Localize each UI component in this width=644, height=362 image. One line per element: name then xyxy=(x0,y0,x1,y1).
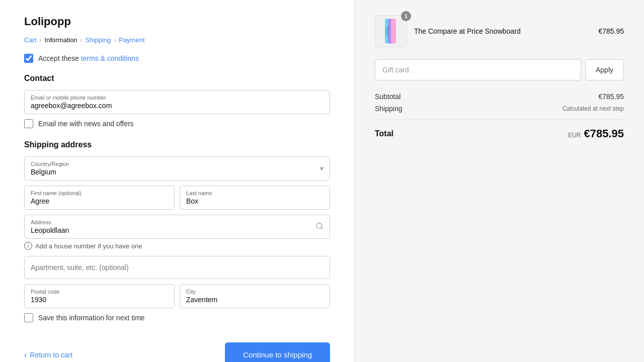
contact-section-title: Contact xyxy=(24,74,330,83)
apartment-field-wrap xyxy=(24,256,330,279)
shipping-row: Shipping Calculated at next step xyxy=(375,105,624,113)
postal-city-row: Postal code City xyxy=(24,284,330,313)
gift-card-input[interactable] xyxy=(375,59,581,80)
quantity-badge: 1 xyxy=(401,11,411,21)
email-input[interactable] xyxy=(31,102,324,110)
product-image xyxy=(375,15,407,47)
bottom-nav: ‹ Return to cart Continue to shipping xyxy=(24,337,330,362)
terms-checkbox[interactable] xyxy=(24,54,33,63)
address-label: Address xyxy=(31,219,324,225)
breadcrumb-sep-1: › xyxy=(40,37,42,44)
total-value: €785.95 xyxy=(584,127,624,140)
terms-label: Accept these terms & conditions xyxy=(38,54,139,62)
product-name: The Compare at Price Snowboard xyxy=(414,27,591,35)
info-icon: i xyxy=(24,242,32,250)
svg-line-1 xyxy=(321,228,323,229)
breadcrumb: Cart › Information › Shipping › Payment xyxy=(24,36,330,44)
shipping-section-title: Shipping address xyxy=(24,140,330,149)
postal-input[interactable] xyxy=(31,296,168,304)
first-name-input[interactable] xyxy=(31,197,168,205)
last-name-label: Last name xyxy=(186,190,324,196)
postal-field-wrap: Postal code xyxy=(24,284,175,308)
search-icon xyxy=(315,222,324,232)
email-news-row: Email me with news and offers xyxy=(24,119,330,128)
email-news-label: Email me with news and offers xyxy=(38,120,134,128)
shipping-label: Shipping xyxy=(375,105,403,113)
breadcrumb-cart[interactable]: Cart xyxy=(24,36,37,44)
address-field-wrap: Address xyxy=(24,215,330,239)
return-to-cart-link[interactable]: ‹ Return to cart xyxy=(24,350,72,359)
store-name: Lolipopp xyxy=(24,15,330,28)
subtotal-label: Subtotal xyxy=(375,93,400,101)
save-info-row: Save this information for next time xyxy=(24,313,330,322)
total-label: Total xyxy=(375,129,393,138)
continue-to-shipping-button[interactable]: Continue to shipping xyxy=(225,342,330,362)
country-select-wrap: Country/Region Belgium France Germany Ne… xyxy=(24,156,330,180)
svg-rect-4 xyxy=(391,19,396,44)
subtotal-value: €785.95 xyxy=(598,93,624,101)
right-panel: 1 The Compare at Price Snowboard €785.95… xyxy=(354,0,644,362)
summary-divider xyxy=(375,120,624,120)
email-label: Email or mobile phone number xyxy=(31,95,324,101)
return-label: Return to cart xyxy=(30,351,72,359)
svg-point-0 xyxy=(316,223,322,229)
breadcrumb-sep-2: › xyxy=(80,37,83,44)
country-select[interactable]: Belgium France Germany Netherlands xyxy=(31,168,324,176)
country-label: Country/Region xyxy=(31,161,324,167)
last-name-field-wrap: Last name xyxy=(180,186,330,210)
postal-label: Postal code xyxy=(31,289,168,295)
product-image-wrap: 1 xyxy=(375,15,407,47)
email-news-checkbox[interactable] xyxy=(24,119,33,128)
first-name-label: First name (optional) xyxy=(31,190,168,196)
apartment-input[interactable] xyxy=(31,260,324,275)
address-hint-row: i Add a house number if you have one xyxy=(24,242,330,250)
breadcrumb-payment[interactable]: Payment xyxy=(119,36,144,44)
svg-rect-5 xyxy=(386,27,389,36)
city-field-wrap: City xyxy=(180,284,330,308)
terms-row: Accept these terms & conditions xyxy=(24,54,330,63)
name-row: First name (optional) Last name xyxy=(24,186,330,215)
shipping-note: Calculated at next step xyxy=(562,105,624,112)
email-field-wrap: Email or mobile phone number xyxy=(24,90,330,114)
save-info-checkbox[interactable] xyxy=(24,313,33,322)
apply-button[interactable]: Apply xyxy=(585,59,624,80)
left-panel: Lolipopp Cart › Information › Shipping ›… xyxy=(0,0,354,362)
address-input[interactable] xyxy=(31,226,324,234)
last-name-input[interactable] xyxy=(186,197,324,205)
subtotal-row: Subtotal €785.95 xyxy=(375,93,624,101)
breadcrumb-shipping[interactable]: Shipping xyxy=(86,36,111,44)
total-value-wrap: EUR €785.95 xyxy=(568,127,624,140)
address-hint-text: Add a house number if you have one xyxy=(35,242,142,250)
city-label: City xyxy=(186,289,324,295)
total-row: Total EUR €785.95 xyxy=(375,127,624,140)
breadcrumb-sep-3: › xyxy=(114,37,116,44)
arrow-left-icon: ‹ xyxy=(24,350,27,359)
total-currency: EUR xyxy=(568,132,581,139)
order-item: 1 The Compare at Price Snowboard €785.95 xyxy=(375,15,624,47)
product-price: €785.95 xyxy=(598,27,624,35)
save-info-label: Save this information for next time xyxy=(38,314,145,322)
terms-link[interactable]: terms & conditions xyxy=(81,54,139,62)
gift-card-row: Apply xyxy=(375,59,624,80)
city-input[interactable] xyxy=(186,296,324,304)
breadcrumb-information: Information xyxy=(45,36,77,44)
first-name-field-wrap: First name (optional) xyxy=(24,186,175,210)
